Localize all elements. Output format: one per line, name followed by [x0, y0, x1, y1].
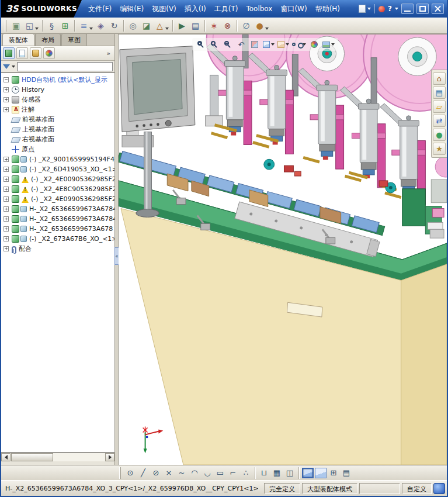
tree-item-component[interactable]: H-_X2_65366599673A6784	[3, 204, 114, 214]
grid-system-button[interactable]: ⊞	[327, 467, 340, 479]
scene-svg[interactable]	[119, 34, 447, 465]
scroll-track[interactable]	[11, 453, 105, 461]
tab-layout[interactable]: 布局	[35, 33, 61, 46]
sketch-table-button[interactable]: ▤	[340, 467, 353, 479]
tree-item-right-plane[interactable]: 右视基准面	[3, 134, 114, 144]
expand-toggle-icon[interactable]	[4, 196, 9, 202]
design-library-button[interactable]: ▤	[433, 87, 446, 99]
appearance-caret-icon[interactable]	[265, 27, 269, 30]
linear-component-pattern-button[interactable]: ⊞	[58, 19, 72, 32]
expand-toggle-icon[interactable]	[4, 177, 9, 182]
trim-entities-button[interactable]: ×	[162, 467, 175, 479]
graphics-viewport[interactable]: ↶ ⌂ ▤ ▱ ⇄ ● ★	[119, 34, 447, 465]
tree-item-component[interactable]: (-) _X2_4E8C905362985F2	[3, 184, 114, 194]
units-selector[interactable]: 自定义	[402, 483, 432, 494]
resources-sphere-icon[interactable]	[378, 6, 385, 12]
show-hidden-components-button[interactable]: ◎	[126, 19, 140, 32]
shaded-with-edges-button[interactable]	[302, 468, 314, 478]
tree-item-component[interactable]: (-) _X2_6D419053_XO_<1>	[3, 164, 114, 174]
shaded-view-button[interactable]	[315, 468, 327, 478]
expand-toggle-icon[interactable]	[4, 157, 9, 162]
menu-tools[interactable]: 工具(T)	[210, 3, 242, 15]
expand-toggle-icon[interactable]	[4, 246, 9, 251]
menu-help[interactable]: 帮助(H)	[311, 3, 344, 15]
menu-file[interactable]: 文件(F)	[84, 3, 116, 15]
featuremanager-tab[interactable]	[3, 47, 15, 59]
panel-horizontal-scrollbar[interactable]	[1, 453, 114, 461]
exploded-view-button[interactable]: ∗	[207, 19, 221, 32]
panel-splitter[interactable]: «	[114, 34, 119, 465]
view-palette-button[interactable]: ⇄	[433, 115, 446, 127]
new-motion-study-button[interactable]: ▶	[175, 19, 189, 32]
tree-item-mates[interactable]: 配合	[3, 244, 114, 254]
edit-appearance-button[interactable]	[309, 39, 319, 50]
zoom-to-fit-button[interactable]	[196, 39, 206, 50]
close-button[interactable]	[432, 4, 444, 14]
rotate-component-button[interactable]: ↻	[107, 19, 121, 32]
measure-button[interactable]: ∅	[239, 19, 253, 32]
previous-view-button[interactable]: ↶	[236, 39, 246, 50]
appearances-scenes-button[interactable]: ●	[433, 129, 446, 141]
menu-edit[interactable]: 编辑(E)	[116, 3, 148, 15]
zoom-to-area-button[interactable]	[209, 39, 220, 50]
insert-components-caret-icon[interactable]	[35, 27, 39, 30]
quick-tips-icon[interactable]	[433, 483, 445, 494]
scroll-thumb[interactable]	[11, 453, 53, 461]
display-style-button[interactable]	[277, 39, 289, 50]
expand-toggle-icon[interactable]	[4, 97, 9, 102]
mate-button[interactable]: §	[45, 19, 58, 32]
straight-slot-button[interactable]: ⊔	[258, 467, 270, 479]
tree-item-component[interactable]: H-_X2_65366599673A678	[3, 224, 114, 234]
tree-item-component[interactable]: (-) _X2_4E09905362985F2	[3, 194, 114, 204]
mirror-entities-button[interactable]: ◫	[283, 467, 296, 479]
tree-item-component[interactable]: (-) _X2_4E00905362985F2	[3, 174, 114, 184]
expand-toggle-icon[interactable]	[4, 167, 9, 172]
tree-item-origin[interactable]: 原点	[3, 144, 114, 154]
propertymanager-tab[interactable]	[16, 47, 28, 59]
menu-view[interactable]: 视图(V)	[148, 3, 180, 15]
menu-insert[interactable]: 插入(I)	[180, 3, 210, 15]
three-point-arc-button[interactable]: ◡	[201, 467, 214, 479]
assembly-mode-status[interactable]: 大型装配体模式	[302, 483, 357, 494]
tab-assembly[interactable]: 装配体	[2, 33, 34, 46]
toolbar-grip[interactable]	[119, 467, 121, 479]
edit-component-button[interactable]: ▣	[9, 19, 23, 32]
expand-toggle-icon[interactable]	[4, 107, 9, 112]
expand-toggle-icon[interactable]	[4, 226, 9, 232]
tangent-arc-button[interactable]: ◠	[188, 467, 201, 479]
solidworks-resources-button[interactable]: ⌂	[433, 73, 446, 85]
section-view-button[interactable]	[249, 39, 260, 50]
tree-item-annotations[interactable]: 注解	[3, 105, 114, 115]
expand-toggle-icon[interactable]	[4, 216, 9, 222]
apply-scene-button[interactable]	[322, 39, 335, 50]
maximize-button[interactable]	[416, 4, 429, 14]
new-document-caret-icon[interactable]	[367, 8, 371, 10]
move-component-button[interactable]: ◈	[94, 19, 107, 32]
scroll-left-button[interactable]	[1, 453, 11, 461]
tree-item-component[interactable]: (-) _X2_9001659995194F4D_X	[3, 154, 114, 164]
sketch-fillet-button[interactable]: ⌐	[227, 467, 239, 479]
zoom-in-out-button[interactable]	[223, 39, 233, 50]
dimxpertmanager-tab[interactable]	[43, 47, 55, 59]
scroll-right-button[interactable]	[105, 453, 114, 461]
toolbar-grip[interactable]	[5, 20, 6, 32]
tree-item-root[interactable]: HDD自动机 (默认<默认_显示	[3, 75, 114, 85]
filter-funnel-icon[interactable]	[3, 64, 10, 69]
insert-components-button[interactable]: ◱	[23, 19, 36, 32]
sketch-circle-button[interactable]: ⊙	[124, 467, 137, 479]
configurationmanager-tab[interactable]	[30, 47, 41, 59]
custom-properties-button[interactable]: ★	[433, 143, 446, 155]
corner-rectangle-button[interactable]: ▭	[214, 467, 227, 479]
help-icon[interactable]: ?	[387, 5, 393, 13]
smart-fasteners-caret-icon[interactable]	[89, 27, 93, 30]
menu-window[interactable]: 窗口(W)	[276, 3, 311, 15]
tree-item-sensors[interactable]: 传感器	[3, 95, 114, 105]
reference-geometry-button[interactable]: △	[153, 19, 166, 32]
sketch-ellipse-button[interactable]: ⊘	[150, 467, 162, 479]
expand-toggle-icon[interactable]	[4, 236, 9, 241]
expand-toggle-icon[interactable]	[4, 77, 9, 82]
file-explorer-button[interactable]: ▱	[433, 101, 446, 113]
tree-item-component[interactable]: (-) _X2_673A67B6_XO_<1>	[3, 234, 114, 244]
new-document-icon[interactable]	[359, 5, 366, 13]
linear-sketch-pattern-button[interactable]: ▦	[270, 467, 283, 479]
